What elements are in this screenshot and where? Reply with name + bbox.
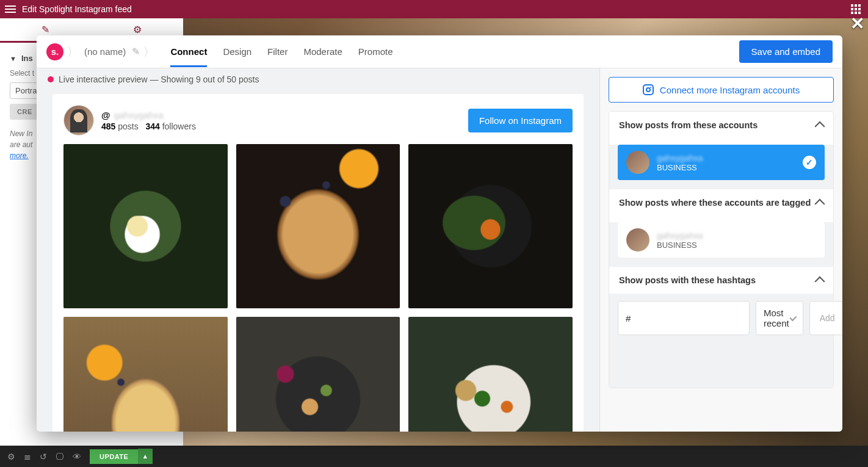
- pencil-icon[interactable]: ✎: [42, 24, 49, 35]
- post-thumbnail[interactable]: [236, 144, 400, 308]
- tab-design[interactable]: Design: [223, 37, 251, 67]
- feed-name: (no name): [84, 46, 126, 57]
- chevron-up-icon: [815, 121, 825, 132]
- gear-icon[interactable]: ⚙: [133, 24, 142, 35]
- apps-grid-icon[interactable]: [851, 4, 861, 14]
- follow-button[interactable]: Follow on Instagram: [468, 109, 573, 132]
- menu-icon[interactable]: [5, 5, 16, 13]
- history-icon[interactable]: ↺: [40, 452, 47, 462]
- post-thumbnail[interactable]: [63, 317, 228, 432]
- post-thumbnail[interactable]: [63, 144, 228, 308]
- update-button[interactable]: UPDATE: [90, 449, 138, 464]
- accordion-header[interactable]: Show posts where these accounts are tagg…: [609, 189, 833, 216]
- editor-tabs: Connect Design Filter Moderate Promote: [170, 37, 392, 67]
- desktop-icon[interactable]: 🖵: [56, 452, 64, 462]
- avatar: [626, 151, 649, 174]
- post-thumbnail[interactable]: [408, 144, 573, 308]
- preview-banner: Live interactive preview — Showing 9 out…: [37, 68, 599, 90]
- save-embed-button[interactable]: Save and embed: [739, 40, 833, 63]
- hashtag-sort-select[interactable]: Most recent: [756, 301, 803, 335]
- side-panel: Connect more Instagram accounts Show pos…: [599, 68, 842, 432]
- tab-moderate[interactable]: Moderate: [303, 37, 342, 67]
- avatar: [63, 105, 94, 136]
- app-header: Edit Spotlight Instagram feed: [0, 0, 868, 18]
- chevron-up-icon: [815, 277, 825, 287]
- breadcrumb-separator: 〉: [143, 45, 154, 59]
- accordion-header[interactable]: Show posts with these hashtags: [609, 266, 833, 294]
- eye-icon[interactable]: 👁: [73, 452, 81, 462]
- editor-modal: s. 〉 (no name) ✎ 〉 Connect Design Filter…: [37, 35, 842, 432]
- tab-promote[interactable]: Promote: [358, 37, 393, 67]
- layers-icon[interactable]: ≣: [24, 452, 31, 462]
- handle: @ gahxygahxa: [101, 110, 196, 120]
- account-stats: 485 posts 344 followers: [101, 121, 196, 131]
- feed-preview-card: @ gahxygahxa 485 posts 344 followers Fol…: [52, 94, 584, 432]
- accordion-from-accounts: Show posts from these accounts gahxygahx…: [609, 111, 834, 388]
- breadcrumb-separator: 〉: [67, 45, 78, 59]
- tab-filter[interactable]: Filter: [267, 37, 288, 67]
- avatar: [626, 228, 649, 252]
- post-thumbnail[interactable]: [236, 317, 400, 432]
- bottom-toolbar: ⚙ ≣ ↺ 🖵 👁 UPDATE ▴: [0, 446, 868, 467]
- settings-icon[interactable]: ⚙: [7, 452, 15, 462]
- modal-header: s. 〉 (no name) ✎ 〉 Connect Design Filter…: [37, 35, 842, 68]
- app-title: Edit Spotlight Instagram feed: [22, 4, 132, 14]
- post-thumbnail[interactable]: [408, 317, 573, 432]
- connect-accounts-button[interactable]: Connect more Instagram accounts: [609, 77, 834, 103]
- accordion-header[interactable]: Show posts from these accounts: [609, 112, 833, 139]
- account-item[interactable]: gahxygahxa BUSINESS: [618, 222, 825, 258]
- check-icon: ✓: [803, 156, 816, 169]
- live-dot-icon: [48, 76, 54, 82]
- post-grid: [63, 144, 573, 432]
- spotlight-logo: s.: [46, 43, 63, 60]
- create-button[interactable]: CRE: [10, 104, 40, 120]
- chevron-up-icon: [815, 199, 825, 209]
- add-hashtag-button[interactable]: Add: [809, 301, 842, 335]
- learn-more-link[interactable]: more.: [10, 151, 29, 160]
- tab-connect[interactable]: Connect: [170, 37, 207, 67]
- edit-name-icon[interactable]: ✎: [132, 46, 140, 57]
- hashtag-input[interactable]: [618, 301, 750, 335]
- instagram-icon: [643, 84, 654, 95]
- preview-pane[interactable]: Live interactive preview — Showing 9 out…: [37, 68, 599, 432]
- update-dropdown[interactable]: ▴: [138, 449, 153, 464]
- account-item-selected[interactable]: gahxygahxa BUSINESS ✓: [618, 145, 825, 180]
- close-icon[interactable]: ✕: [850, 13, 864, 34]
